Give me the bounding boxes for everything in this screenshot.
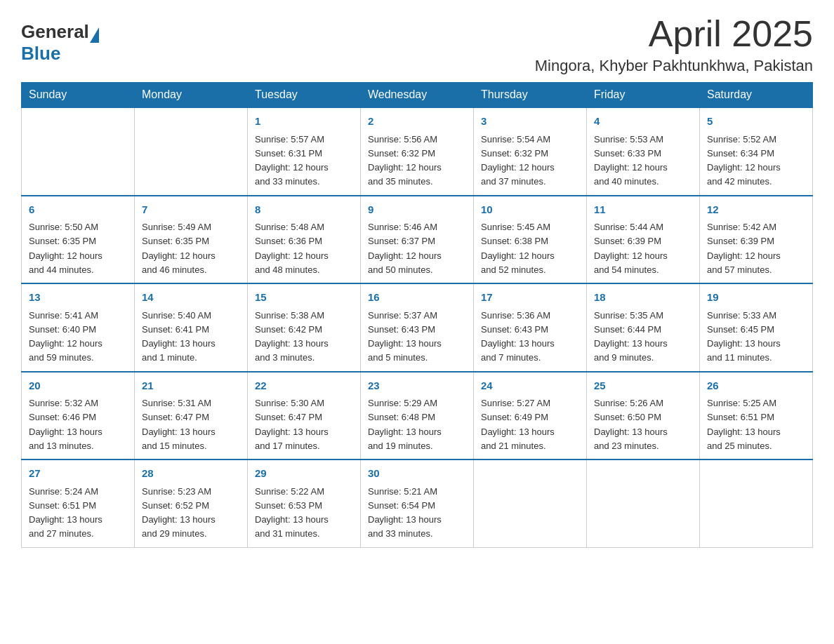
day-info: Sunrise: 5:57 AM Sunset: 6:31 PM Dayligh… — [255, 134, 329, 187]
location-subtitle: Mingora, Khyber Pakhtunkhwa, Pakistan — [535, 57, 813, 75]
day-info: Sunrise: 5:30 AM Sunset: 6:47 PM Dayligh… — [255, 398, 329, 451]
day-number: 12 — [707, 202, 805, 218]
day-info: Sunrise: 5:41 AM Sunset: 6:40 PM Dayligh… — [29, 310, 102, 363]
day-info: Sunrise: 5:38 AM Sunset: 6:42 PM Dayligh… — [255, 310, 329, 363]
logo-triangle-icon — [90, 27, 99, 43]
day-info: Sunrise: 5:49 AM Sunset: 6:35 PM Dayligh… — [142, 222, 216, 275]
day-number: 3 — [481, 114, 579, 130]
day-number: 20 — [29, 378, 127, 394]
calendar-cell: 22Sunrise: 5:30 AM Sunset: 6:47 PM Dayli… — [248, 372, 361, 460]
calendar-cell: 18Sunrise: 5:35 AM Sunset: 6:44 PM Dayli… — [587, 283, 700, 372]
day-number: 6 — [29, 202, 127, 218]
day-info: Sunrise: 5:54 AM Sunset: 6:32 PM Dayligh… — [481, 134, 555, 187]
day-info: Sunrise: 5:45 AM Sunset: 6:38 PM Dayligh… — [481, 222, 555, 275]
calendar-cell: 29Sunrise: 5:22 AM Sunset: 6:53 PM Dayli… — [248, 459, 361, 547]
day-number: 13 — [29, 290, 127, 306]
calendar-cell: 13Sunrise: 5:41 AM Sunset: 6:40 PM Dayli… — [22, 283, 135, 372]
calendar-cell: 20Sunrise: 5:32 AM Sunset: 6:46 PM Dayli… — [22, 372, 135, 460]
day-info: Sunrise: 5:46 AM Sunset: 6:37 PM Dayligh… — [368, 222, 442, 275]
day-number: 1 — [255, 114, 353, 130]
day-info: Sunrise: 5:31 AM Sunset: 6:47 PM Dayligh… — [142, 398, 216, 451]
day-info: Sunrise: 5:32 AM Sunset: 6:46 PM Dayligh… — [29, 398, 102, 451]
calendar-cell: 2Sunrise: 5:56 AM Sunset: 6:32 PM Daylig… — [361, 107, 474, 196]
title-section: April 2025 Mingora, Khyber Pakhtunkhwa, … — [535, 14, 813, 75]
day-info: Sunrise: 5:33 AM Sunset: 6:45 PM Dayligh… — [707, 310, 781, 363]
day-number: 8 — [255, 202, 353, 218]
day-info: Sunrise: 5:25 AM Sunset: 6:51 PM Dayligh… — [707, 398, 781, 451]
week-row-4: 20Sunrise: 5:32 AM Sunset: 6:46 PM Dayli… — [22, 372, 813, 460]
day-info: Sunrise: 5:36 AM Sunset: 6:43 PM Dayligh… — [481, 310, 555, 363]
calendar-cell: 1Sunrise: 5:57 AM Sunset: 6:31 PM Daylig… — [248, 107, 361, 196]
weekday-header-thursday: Thursday — [474, 83, 587, 108]
logo-general-text: General — [21, 21, 89, 43]
day-info: Sunrise: 5:22 AM Sunset: 6:53 PM Dayligh… — [255, 486, 329, 539]
calendar-cell: 5Sunrise: 5:52 AM Sunset: 6:34 PM Daylig… — [700, 107, 813, 196]
calendar-cell — [22, 107, 135, 196]
calendar-cell: 24Sunrise: 5:27 AM Sunset: 6:49 PM Dayli… — [474, 372, 587, 460]
day-info: Sunrise: 5:53 AM Sunset: 6:33 PM Dayligh… — [594, 134, 668, 187]
day-info: Sunrise: 5:24 AM Sunset: 6:51 PM Dayligh… — [29, 486, 102, 539]
day-info: Sunrise: 5:48 AM Sunset: 6:36 PM Dayligh… — [255, 222, 329, 275]
week-row-5: 27Sunrise: 5:24 AM Sunset: 6:51 PM Dayli… — [22, 459, 813, 547]
calendar-cell: 19Sunrise: 5:33 AM Sunset: 6:45 PM Dayli… — [700, 283, 813, 372]
day-number: 23 — [368, 378, 466, 394]
calendar-cell — [135, 107, 248, 196]
day-number: 14 — [142, 290, 240, 306]
calendar-cell: 27Sunrise: 5:24 AM Sunset: 6:51 PM Dayli… — [22, 459, 135, 547]
day-number: 24 — [481, 378, 579, 394]
calendar-cell: 30Sunrise: 5:21 AM Sunset: 6:54 PM Dayli… — [361, 459, 474, 547]
calendar-cell: 25Sunrise: 5:26 AM Sunset: 6:50 PM Dayli… — [587, 372, 700, 460]
day-number: 27 — [29, 466, 127, 482]
calendar-cell: 3Sunrise: 5:54 AM Sunset: 6:32 PM Daylig… — [474, 107, 587, 196]
calendar-cell: 4Sunrise: 5:53 AM Sunset: 6:33 PM Daylig… — [587, 107, 700, 196]
day-info: Sunrise: 5:23 AM Sunset: 6:52 PM Dayligh… — [142, 486, 216, 539]
calendar-cell — [474, 459, 587, 547]
calendar-cell: 23Sunrise: 5:29 AM Sunset: 6:48 PM Dayli… — [361, 372, 474, 460]
calendar-cell: 8Sunrise: 5:48 AM Sunset: 6:36 PM Daylig… — [248, 196, 361, 284]
day-number: 30 — [368, 466, 466, 482]
day-info: Sunrise: 5:37 AM Sunset: 6:43 PM Dayligh… — [368, 310, 442, 363]
day-number: 4 — [594, 114, 692, 130]
calendar-cell — [700, 459, 813, 547]
day-info: Sunrise: 5:40 AM Sunset: 6:41 PM Dayligh… — [142, 310, 216, 363]
logo: General Blue — [21, 21, 99, 65]
weekday-header-row: SundayMondayTuesdayWednesdayThursdayFrid… — [22, 83, 813, 108]
day-number: 11 — [594, 202, 692, 218]
weekday-header-sunday: Sunday — [22, 83, 135, 108]
calendar-cell: 7Sunrise: 5:49 AM Sunset: 6:35 PM Daylig… — [135, 196, 248, 284]
weekday-header-tuesday: Tuesday — [248, 83, 361, 108]
day-info: Sunrise: 5:26 AM Sunset: 6:50 PM Dayligh… — [594, 398, 668, 451]
calendar-cell: 28Sunrise: 5:23 AM Sunset: 6:52 PM Dayli… — [135, 459, 248, 547]
day-number: 15 — [255, 290, 353, 306]
calendar-cell: 11Sunrise: 5:44 AM Sunset: 6:39 PM Dayli… — [587, 196, 700, 284]
week-row-3: 13Sunrise: 5:41 AM Sunset: 6:40 PM Dayli… — [22, 283, 813, 372]
calendar-cell: 14Sunrise: 5:40 AM Sunset: 6:41 PM Dayli… — [135, 283, 248, 372]
calendar-cell: 9Sunrise: 5:46 AM Sunset: 6:37 PM Daylig… — [361, 196, 474, 284]
day-info: Sunrise: 5:50 AM Sunset: 6:35 PM Dayligh… — [29, 222, 102, 275]
calendar-cell: 6Sunrise: 5:50 AM Sunset: 6:35 PM Daylig… — [22, 196, 135, 284]
day-number: 29 — [255, 466, 353, 482]
day-number: 2 — [368, 114, 466, 130]
calendar-cell: 10Sunrise: 5:45 AM Sunset: 6:38 PM Dayli… — [474, 196, 587, 284]
calendar-cell: 17Sunrise: 5:36 AM Sunset: 6:43 PM Dayli… — [474, 283, 587, 372]
day-info: Sunrise: 5:27 AM Sunset: 6:49 PM Dayligh… — [481, 398, 555, 451]
day-number: 5 — [707, 114, 805, 130]
weekday-header-saturday: Saturday — [700, 83, 813, 108]
day-info: Sunrise: 5:35 AM Sunset: 6:44 PM Dayligh… — [594, 310, 668, 363]
day-number: 9 — [368, 202, 466, 218]
calendar-cell: 15Sunrise: 5:38 AM Sunset: 6:42 PM Dayli… — [248, 283, 361, 372]
week-row-2: 6Sunrise: 5:50 AM Sunset: 6:35 PM Daylig… — [22, 196, 813, 284]
day-number: 28 — [142, 466, 240, 482]
day-info: Sunrise: 5:44 AM Sunset: 6:39 PM Dayligh… — [594, 222, 668, 275]
calendar-cell: 26Sunrise: 5:25 AM Sunset: 6:51 PM Dayli… — [700, 372, 813, 460]
day-info: Sunrise: 5:52 AM Sunset: 6:34 PM Dayligh… — [707, 134, 781, 187]
calendar-cell: 21Sunrise: 5:31 AM Sunset: 6:47 PM Dayli… — [135, 372, 248, 460]
day-number: 21 — [142, 378, 240, 394]
day-number: 16 — [368, 290, 466, 306]
calendar-table: SundayMondayTuesdayWednesdayThursdayFrid… — [21, 82, 813, 548]
weekday-header-wednesday: Wednesday — [361, 83, 474, 108]
day-number: 10 — [481, 202, 579, 218]
day-number: 26 — [707, 378, 805, 394]
weekday-header-friday: Friday — [587, 83, 700, 108]
month-year-title: April 2025 — [535, 14, 813, 54]
